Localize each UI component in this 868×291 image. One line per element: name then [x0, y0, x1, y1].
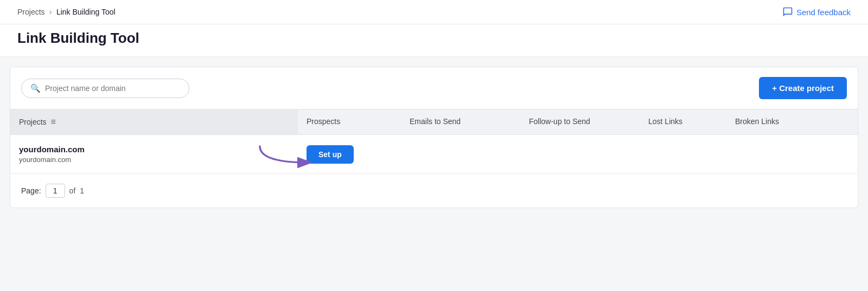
- broken-links-cell: [726, 145, 813, 164]
- top-bar: Projects › Link Building Tool Send feedb…: [0, 0, 868, 24]
- page-label: Page:: [21, 186, 41, 195]
- emails-cell: [401, 145, 520, 164]
- create-project-label: + Create project: [772, 83, 834, 93]
- column-header-lost-links: Lost Links: [640, 109, 726, 134]
- lost-links-cell: [640, 145, 726, 164]
- project-domain: yourdomain.com: [19, 156, 289, 164]
- project-name: yourdomain.com: [19, 145, 289, 154]
- toolbar: 🔍 + Create project: [10, 67, 858, 109]
- page-title: Link Building Tool: [17, 30, 851, 47]
- breadcrumb-current: Link Building Tool: [56, 8, 116, 16]
- setup-label: Set up: [318, 150, 342, 159]
- create-project-button[interactable]: + Create project: [759, 77, 847, 99]
- page-header: Link Building Tool: [0, 24, 868, 57]
- column-header-emails-to-send: Emails to Send: [401, 109, 520, 134]
- of-label: of: [69, 186, 76, 195]
- setup-cell: Set up: [298, 135, 401, 173]
- search-input[interactable]: [45, 84, 180, 93]
- main-content: 🔍 + Create project Projects ≡ Prospects …: [10, 67, 858, 208]
- arrow-icon: [254, 141, 320, 168]
- search-box: 🔍: [21, 79, 189, 98]
- send-feedback-label: Send feedback: [796, 8, 851, 17]
- breadcrumb-parent[interactable]: Projects: [17, 8, 45, 16]
- table-header: Projects ≡ Prospects Emails to Send Foll…: [10, 109, 858, 135]
- search-icon: 🔍: [30, 83, 41, 93]
- sort-icon: ≡: [51, 117, 56, 127]
- column-header-projects: Projects ≡: [10, 109, 298, 134]
- followup-cell: [520, 145, 640, 164]
- column-header-prospects: Prospects: [298, 109, 401, 134]
- send-feedback-button[interactable]: Send feedback: [782, 7, 851, 17]
- pagination: Page: 1 of 1: [10, 174, 858, 208]
- breadcrumb: Projects › Link Building Tool: [17, 7, 116, 17]
- table-row: yourdomain.com yourdomain.com Set up: [10, 135, 858, 174]
- breadcrumb-separator: ›: [49, 7, 52, 17]
- page-current: 1: [46, 184, 65, 198]
- column-header-broken-links: Broken Links: [726, 109, 813, 134]
- column-header-followup-to-send: Follow-up to Send: [520, 109, 640, 134]
- page-total: 1: [80, 186, 84, 195]
- arrow-container: [254, 141, 320, 168]
- feedback-icon: [782, 7, 793, 17]
- column-projects-label: Projects: [19, 118, 47, 126]
